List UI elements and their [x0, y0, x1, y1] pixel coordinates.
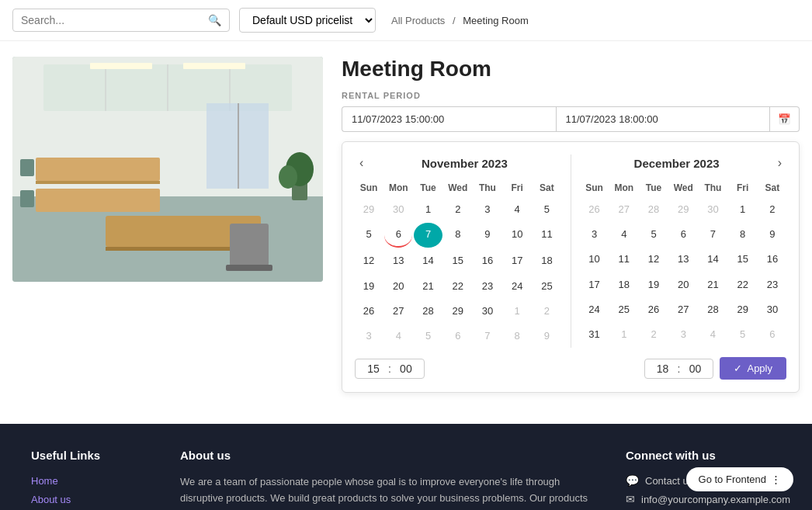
- calendar-day[interactable]: 21: [414, 275, 442, 298]
- calendar-day[interactable]: 14: [414, 249, 442, 272]
- calendar-day[interactable]: 2: [640, 323, 668, 346]
- calendar-day[interactable]: 18: [533, 249, 560, 272]
- calendar-day[interactable]: 27: [669, 298, 697, 321]
- calendar-day[interactable]: 5: [355, 223, 383, 248]
- calendar-day[interactable]: 3: [669, 323, 697, 346]
- calendar-day[interactable]: 9: [474, 223, 501, 248]
- calendar-day[interactable]: 30: [699, 198, 727, 221]
- calendar-day[interactable]: 28: [699, 298, 727, 321]
- calendar-day[interactable]: 25: [533, 275, 560, 298]
- calendar-day[interactable]: 17: [503, 249, 531, 272]
- calendar-day[interactable]: 27: [610, 198, 638, 221]
- calendar-day[interactable]: 13: [669, 248, 697, 271]
- pricelist-select[interactable]: Default USD pricelist: [239, 8, 376, 33]
- calendar-day[interactable]: 18: [610, 273, 638, 297]
- calendar-day[interactable]: 29: [355, 198, 383, 221]
- calendar-day[interactable]: 1: [503, 300, 531, 323]
- calendar-day[interactable]: 11: [533, 223, 560, 248]
- end-date-input[interactable]: 11/07/2023 18:00:00: [556, 106, 771, 132]
- calendar-day[interactable]: 22: [729, 273, 757, 297]
- apply-button[interactable]: Apply: [720, 357, 786, 380]
- end-min-input[interactable]: [683, 363, 706, 375]
- calendar-day[interactable]: 20: [669, 273, 697, 297]
- calendar-day[interactable]: 24: [581, 298, 609, 321]
- calendar-day[interactable]: 29: [669, 198, 697, 221]
- calendar-day[interactable]: 31: [581, 323, 609, 346]
- calendar-day[interactable]: 7: [414, 223, 442, 248]
- calendar-day[interactable]: 1: [729, 198, 757, 221]
- search-bar[interactable]: 🔍: [12, 9, 230, 32]
- calendar-day[interactable]: 2: [444, 198, 472, 221]
- calendar-day[interactable]: 6: [758, 323, 786, 346]
- calendar-day[interactable]: 29: [444, 300, 472, 323]
- calendar-day[interactable]: 13: [384, 249, 412, 272]
- calendar-day[interactable]: 22: [444, 275, 472, 298]
- calendar-day[interactable]: 27: [384, 300, 412, 323]
- calendar-day[interactable]: 11: [610, 248, 638, 271]
- calendar-day[interactable]: 29: [729, 298, 757, 321]
- start-time-group[interactable]: :: [355, 359, 425, 379]
- calendar-day[interactable]: 9: [533, 324, 560, 348]
- calendar-day[interactable]: 26: [581, 198, 609, 221]
- calendar-day[interactable]: 28: [414, 300, 442, 323]
- footer-link[interactable]: About us: [31, 494, 71, 505]
- calendar-day[interactable]: 4: [384, 324, 412, 348]
- calendar-day[interactable]: 8: [444, 223, 472, 248]
- calendar-day[interactable]: 16: [758, 248, 786, 271]
- calendar-day[interactable]: 7: [699, 223, 727, 246]
- end-time-group[interactable]: :: [644, 359, 714, 379]
- calendar-day[interactable]: 8: [503, 324, 531, 348]
- end-hour-input[interactable]: [651, 363, 675, 375]
- calendar-day[interactable]: 4: [610, 223, 638, 246]
- calendar-day[interactable]: 1: [610, 323, 638, 346]
- calendar-day[interactable]: 21: [699, 273, 727, 297]
- calendar-day[interactable]: 15: [444, 249, 472, 272]
- calendar-day[interactable]: 10: [503, 223, 531, 248]
- calendar-day[interactable]: 25: [610, 298, 638, 321]
- calendar-day[interactable]: 5: [640, 223, 668, 246]
- calendar-day[interactable]: 6: [444, 324, 472, 348]
- calendar-day[interactable]: 7: [474, 324, 501, 348]
- calendar-day[interactable]: 6: [384, 223, 412, 248]
- prev-month-button[interactable]: ‹: [355, 154, 368, 172]
- calendar-day[interactable]: 5: [533, 198, 560, 221]
- calendar-day[interactable]: 19: [355, 275, 383, 298]
- calendar-day[interactable]: 16: [474, 249, 501, 272]
- calendar-day[interactable]: 3: [474, 198, 501, 221]
- calendar-day[interactable]: 24: [503, 275, 531, 298]
- start-date-input[interactable]: 11/07/2023 15:00:00: [342, 106, 556, 132]
- calendar-day[interactable]: 3: [581, 223, 609, 246]
- goto-frontend-button[interactable]: Go to Frontend ⋮: [686, 467, 793, 491]
- calendar-day[interactable]: 17: [581, 273, 609, 297]
- calendar-day[interactable]: 5: [414, 324, 442, 348]
- calendar-day[interactable]: 15: [729, 248, 757, 271]
- calendar-day[interactable]: 23: [758, 273, 786, 297]
- calendar-day[interactable]: 4: [699, 323, 727, 346]
- calendar-day[interactable]: 12: [355, 249, 383, 272]
- email-link[interactable]: info@yourcompany.example.com: [641, 494, 790, 505]
- calendar-day[interactable]: 26: [640, 298, 668, 321]
- calendar-day[interactable]: 4: [503, 198, 531, 221]
- calendar-day[interactable]: 2: [758, 198, 786, 221]
- calendar-day[interactable]: 30: [384, 198, 412, 221]
- calendar-day[interactable]: 23: [474, 275, 501, 298]
- next-month-button[interactable]: ›: [773, 154, 786, 172]
- start-min-input[interactable]: [394, 363, 418, 375]
- calendar-day[interactable]: 6: [669, 223, 697, 246]
- calendar-day[interactable]: 26: [355, 300, 383, 323]
- calendar-day[interactable]: 2: [533, 300, 560, 323]
- footer-link[interactable]: Home: [31, 475, 58, 487]
- calendar-day[interactable]: 28: [640, 198, 668, 221]
- calendar-toggle-button[interactable]: 📅: [770, 106, 800, 132]
- calendar-day[interactable]: 30: [758, 298, 786, 321]
- start-hour-input[interactable]: [362, 363, 385, 375]
- calendar-day[interactable]: 20: [384, 275, 412, 298]
- calendar-day[interactable]: 5: [729, 323, 757, 346]
- calendar-day[interactable]: 14: [699, 248, 727, 271]
- calendar-day[interactable]: 3: [355, 324, 383, 348]
- breadcrumb-parent[interactable]: All Products: [391, 15, 445, 26]
- search-input[interactable]: [21, 14, 208, 26]
- calendar-day[interactable]: 9: [758, 223, 786, 246]
- calendar-day[interactable]: 12: [640, 248, 668, 271]
- calendar-day[interactable]: 1: [414, 198, 442, 221]
